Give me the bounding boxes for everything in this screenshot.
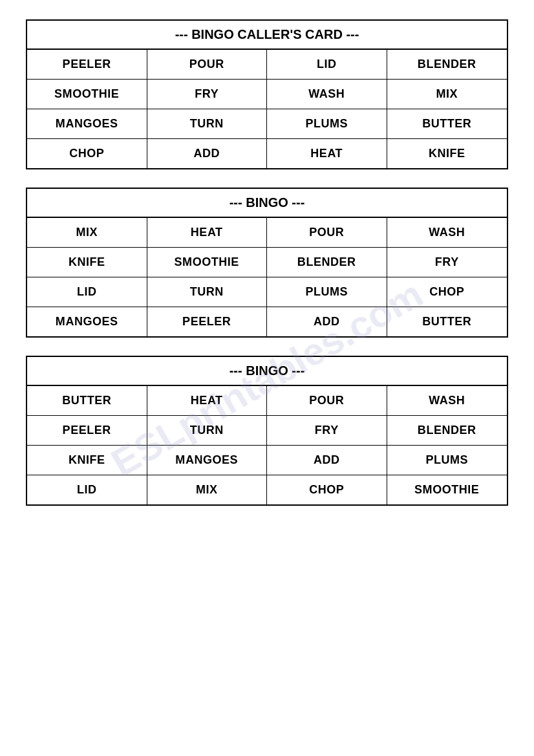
cell-r0-c2: LID bbox=[267, 50, 387, 80]
cell-r1-c2: BLENDER bbox=[267, 248, 387, 277]
cell-r2-c2: ADD bbox=[267, 446, 387, 475]
cell-r3-c0: CHOP bbox=[27, 139, 147, 168]
bingo-card-2: --- BINGO ---BUTTERHEATPOURWASHPEELERTUR… bbox=[26, 356, 508, 506]
cell-r1-c3: MIX bbox=[387, 80, 507, 109]
cell-r0-c2: POUR bbox=[267, 386, 387, 416]
card-0-grid: PEELERPOURLIDBLENDERSMOOTHIEFRYWASHMIXMA… bbox=[27, 50, 507, 168]
cell-r3-c2: CHOP bbox=[267, 475, 387, 504]
cell-r1-c0: PEELER bbox=[27, 416, 147, 446]
card-2-title: --- BINGO --- bbox=[27, 357, 507, 386]
cell-r1-c2: WASH bbox=[267, 80, 387, 109]
cell-r0-c0: BUTTER bbox=[27, 386, 147, 416]
cell-r0-c1: HEAT bbox=[147, 386, 268, 416]
cell-r1-c2: FRY bbox=[267, 416, 387, 446]
cell-r3-c3: BUTTER bbox=[387, 307, 507, 336]
cell-r3-c0: MANGOES bbox=[27, 307, 147, 336]
cell-r3-c1: PEELER bbox=[147, 307, 268, 336]
cell-r1-c1: FRY bbox=[147, 80, 268, 109]
cell-r0-c2: POUR bbox=[267, 218, 387, 248]
cell-r0-c3: BLENDER bbox=[387, 50, 507, 80]
cell-r1-c3: FRY bbox=[387, 248, 507, 277]
cell-r1-c0: KNIFE bbox=[27, 248, 147, 277]
card-1-title: --- BINGO --- bbox=[27, 189, 507, 218]
card-0-title: --- BINGO CALLER'S CARD --- bbox=[27, 21, 507, 50]
cell-r3-c1: MIX bbox=[147, 475, 268, 504]
cell-r3-c3: KNIFE bbox=[387, 139, 507, 168]
cell-r0-c1: POUR bbox=[147, 50, 268, 80]
cell-r3-c1: ADD bbox=[147, 139, 268, 168]
cell-r2-c1: TURN bbox=[147, 109, 268, 139]
card-1-grid: MIXHEATPOURWASHKNIFESMOOTHIEBLENDERFRYLI… bbox=[27, 218, 507, 336]
cell-r1-c1: SMOOTHIE bbox=[147, 248, 268, 277]
cell-r2-c3: CHOP bbox=[387, 277, 507, 307]
cell-r1-c3: BLENDER bbox=[387, 416, 507, 446]
cell-r2-c0: MANGOES bbox=[27, 109, 147, 139]
cell-r0-c1: HEAT bbox=[147, 218, 268, 248]
cell-r3-c3: SMOOTHIE bbox=[387, 475, 507, 504]
cell-r0-c0: MIX bbox=[27, 218, 147, 248]
cell-r2-c0: LID bbox=[27, 277, 147, 307]
card-2-grid: BUTTERHEATPOURWASHPEELERTURNFRYBLENDERKN… bbox=[27, 386, 507, 504]
cell-r3-c0: LID bbox=[27, 475, 147, 504]
cell-r2-c0: KNIFE bbox=[27, 446, 147, 475]
cell-r2-c1: TURN bbox=[147, 277, 268, 307]
bingo-card-1: --- BINGO ---MIXHEATPOURWASHKNIFESMOOTHI… bbox=[26, 188, 508, 338]
callers-card: --- BINGO CALLER'S CARD ---PEELERPOURLID… bbox=[26, 19, 508, 169]
cell-r2-c2: PLUMS bbox=[267, 277, 387, 307]
cell-r3-c2: ADD bbox=[267, 307, 387, 336]
cell-r2-c1: MANGOES bbox=[147, 446, 268, 475]
cell-r2-c2: PLUMS bbox=[267, 109, 387, 139]
bingo-cards-container: --- BINGO CALLER'S CARD ---PEELERPOURLID… bbox=[26, 19, 508, 506]
cell-r0-c0: PEELER bbox=[27, 50, 147, 80]
cell-r1-c0: SMOOTHIE bbox=[27, 80, 147, 109]
cell-r2-c3: BUTTER bbox=[387, 109, 507, 139]
cell-r3-c2: HEAT bbox=[267, 139, 387, 168]
cell-r1-c1: TURN bbox=[147, 416, 268, 446]
cell-r0-c3: WASH bbox=[387, 386, 507, 416]
cell-r2-c3: PLUMS bbox=[387, 446, 507, 475]
cell-r0-c3: WASH bbox=[387, 218, 507, 248]
